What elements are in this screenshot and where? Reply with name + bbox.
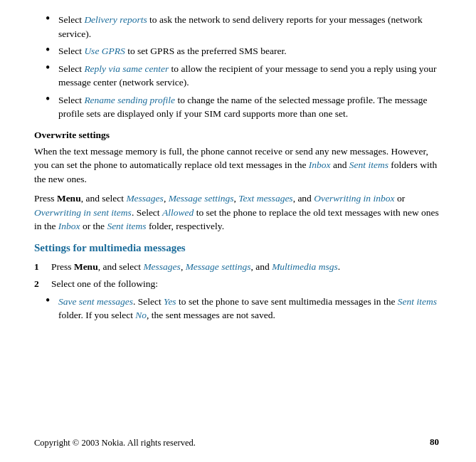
numbered-content-1: Press Menu, and select Messages, Message… bbox=[51, 260, 439, 274]
numbered-content-2: Select one of the following: bbox=[51, 277, 439, 291]
messages-link-1: Messages bbox=[126, 193, 164, 204]
list-item: • Select Use GPRS to set GPRS as the pre… bbox=[34, 44, 439, 58]
n1b: , and select bbox=[98, 261, 144, 272]
number-1: 1 bbox=[34, 260, 51, 274]
multimedia-heading: Settings for multimedia messages bbox=[34, 241, 439, 256]
sent-items-link-1: Sent items bbox=[349, 159, 388, 170]
overwrite-paragraph-2: Press Menu, and select Messages, Message… bbox=[34, 191, 439, 233]
bullet-text: Select Delivery reports to ask the netwo… bbox=[58, 13, 439, 41]
bullet-dot: • bbox=[46, 293, 54, 309]
p2g: . Select bbox=[132, 207, 162, 218]
main-content: • Select Delivery reports to ask the net… bbox=[34, 13, 439, 430]
inbox-link-2: Inbox bbox=[58, 221, 80, 231]
bullet-text: Select Rename sending profile to change … bbox=[58, 93, 439, 121]
menu-link-1: Menu bbox=[57, 193, 81, 204]
sub-bullet-td: , the sent messages are not saved. bbox=[147, 310, 275, 320]
text-messages-link-1: Text messages bbox=[238, 193, 292, 204]
inbox-link-1: Inbox bbox=[309, 159, 331, 170]
press-text-2: Press bbox=[51, 261, 74, 272]
rename-sending-profile-link: Rename sending profile bbox=[84, 95, 175, 105]
overwrite-p1b: and bbox=[331, 159, 349, 170]
sub-bullet-list: • Save sent messages. Select Yes to set … bbox=[34, 295, 439, 322]
p2e: , and bbox=[293, 193, 314, 204]
list-item: • Save sent messages. Select Yes to set … bbox=[34, 295, 439, 322]
numbered-item-1: 1 Press Menu, and select Messages, Messa… bbox=[34, 260, 439, 274]
footer-page-number: 80 bbox=[430, 436, 439, 449]
p2c: , bbox=[164, 193, 169, 204]
use-gprs-link: Use GPRS bbox=[84, 46, 125, 56]
message-settings-link-1: Message settings bbox=[169, 193, 234, 204]
list-item: • Select Rename sending profile to chang… bbox=[34, 93, 439, 121]
p2b: , and select bbox=[81, 193, 127, 204]
messages-link-2: Messages bbox=[143, 261, 181, 272]
p2i: or the bbox=[80, 221, 107, 231]
save-sent-messages-link: Save sent messages bbox=[58, 296, 133, 307]
list-item: • Select Reply via same center to allow … bbox=[34, 62, 439, 90]
bullet-dot: • bbox=[46, 61, 54, 76]
multimedia-link: Multimedia msgs bbox=[272, 261, 338, 272]
yes-link: Yes bbox=[164, 296, 176, 307]
sub-bullet-tb: to set the phone to save sent multimedia… bbox=[176, 296, 398, 307]
page: • Select Delivery reports to ask the net… bbox=[0, 0, 476, 462]
list-item: • Select Delivery reports to ask the net… bbox=[34, 13, 439, 41]
sent-items-link-2: Sent items bbox=[107, 221, 146, 231]
bullet-text-after: to set GPRS as the preferred SMS bearer. bbox=[125, 46, 287, 56]
p2f: or bbox=[395, 193, 406, 204]
bullet-text: Save sent messages. Select Yes to set th… bbox=[58, 295, 439, 322]
bullet-dot: • bbox=[46, 43, 54, 58]
sent-items-link-3: Sent items bbox=[398, 296, 437, 307]
bullet-dot: • bbox=[46, 11, 54, 27]
overwrite-paragraph-1: When the text message memory is full, th… bbox=[34, 145, 439, 187]
p2j: folder, respectively. bbox=[147, 221, 225, 231]
footer: Copyright © 2003 Nokia. All rights reser… bbox=[34, 430, 439, 449]
number-2: 2 bbox=[34, 277, 51, 291]
overwriting-inbox-link: Overwriting in inbox bbox=[314, 193, 394, 204]
sub-bullet-tc: folder. If you select bbox=[58, 310, 135, 320]
n1c: , bbox=[181, 261, 186, 272]
reply-via-same-center-link: Reply via same center bbox=[84, 63, 169, 74]
allowed-link: Allowed bbox=[162, 207, 194, 218]
no-link: No bbox=[135, 310, 147, 320]
sub-bullet-ta: . Select bbox=[133, 296, 164, 307]
n1e: . bbox=[338, 261, 340, 272]
overwrite-heading: Overwrite settings bbox=[34, 128, 439, 142]
bullet-text: Select Use GPRS to set GPRS as the prefe… bbox=[58, 44, 439, 58]
bullet-text: Select Reply via same center to allow th… bbox=[58, 62, 439, 90]
n1d: , and bbox=[251, 261, 273, 272]
top-bullet-list: • Select Delivery reports to ask the net… bbox=[34, 13, 439, 121]
message-settings-link-2: Message settings bbox=[186, 261, 251, 272]
delivery-reports-link: Delivery reports bbox=[84, 14, 147, 25]
overwriting-sent-link: Overwriting in sent items bbox=[34, 207, 132, 218]
numbered-item-2: 2 Select one of the following: bbox=[34, 277, 439, 291]
bullet-dot: • bbox=[46, 92, 54, 107]
press-text: Press bbox=[34, 193, 57, 204]
menu-link-2: Menu bbox=[74, 261, 98, 272]
footer-copyright: Copyright © 2003 Nokia. All rights reser… bbox=[34, 436, 196, 449]
